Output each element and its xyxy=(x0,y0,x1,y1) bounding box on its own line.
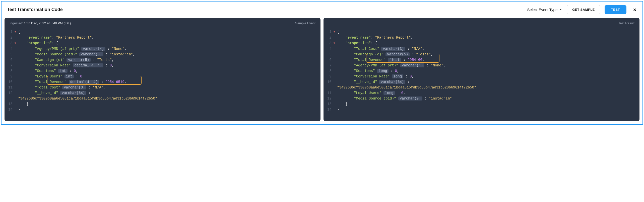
token-num: 2954.66 xyxy=(408,58,422,62)
line-number: 7 xyxy=(5,63,15,68)
token-punct xyxy=(77,52,79,56)
code-line: 14} xyxy=(324,107,639,112)
token-punct: : xyxy=(424,63,431,67)
fold-toggle-icon[interactable]: ▼ xyxy=(15,29,18,35)
code-line: 14} xyxy=(5,107,320,112)
line-number: 12 xyxy=(324,96,334,101)
fold-toggle-icon[interactable]: ▼ xyxy=(334,29,337,35)
token-punct: , xyxy=(124,80,126,84)
code-content: "Sessions" int : 0, xyxy=(18,68,320,74)
token-punct: , xyxy=(112,63,114,67)
token-key: "__hevo_id" xyxy=(35,91,58,95)
fold-toggle-icon xyxy=(15,85,18,85)
code-line: 3▼ "properties": { xyxy=(5,40,320,46)
token-punct: : xyxy=(395,91,401,95)
token-key: "__hevo_id" xyxy=(354,80,377,84)
fold-toggle-icon xyxy=(334,52,337,52)
token-punct: : xyxy=(105,47,112,51)
event-type-dropdown[interactable]: Select Event Type xyxy=(527,8,563,12)
token-punct: : xyxy=(405,47,412,51)
fold-toggle-icon xyxy=(15,57,18,57)
fold-toggle-icon xyxy=(15,79,18,79)
token-punct xyxy=(58,91,60,95)
code-content: "event_name": "Partners Report", xyxy=(18,35,320,40)
fold-toggle-icon xyxy=(334,107,337,107)
code-line: 10 "__hevo_id" varchar(64) : xyxy=(324,79,639,85)
token-str: "None" xyxy=(431,63,443,67)
fold-toggle-icon xyxy=(15,35,18,35)
token-key: "Media Source (pid)" xyxy=(354,96,396,100)
fold-toggle-icon xyxy=(15,107,18,107)
line-number: 2 xyxy=(324,35,334,40)
token-type: varchar(9) xyxy=(398,96,422,100)
code-line: 1▼{ xyxy=(324,29,639,35)
dialog-header: Test Transformation Code Select Event Ty… xyxy=(2,2,642,18)
code-line: 9 "Conversion Rate" long : 0, xyxy=(324,74,639,79)
token-key: "Sessions" xyxy=(35,69,56,73)
token-key: "Total Revenue" xyxy=(35,80,67,84)
token-key: "event_name" xyxy=(27,36,52,40)
token-str: "Partners Report" xyxy=(56,36,92,40)
token-str: "Tests" xyxy=(97,58,112,62)
token-punct: : xyxy=(403,74,410,78)
close-icon[interactable] xyxy=(632,8,637,12)
fold-toggle-icon xyxy=(334,35,337,35)
code-line: "3499686cf3309b8aa6e5081ca71bdaa815fdb3d… xyxy=(324,85,639,90)
line-number: 7 xyxy=(324,63,334,68)
sample-event-code[interactable]: 1▼{2 "event_name": "Partners Report",3▼ … xyxy=(5,28,320,114)
pane-tag: Sample Event xyxy=(295,21,315,25)
fold-toggle-icon xyxy=(15,46,18,46)
code-line: 7 "Conversion Rate" decimal(4, 4) : 0, xyxy=(5,63,320,68)
code-line: 4 "Total Cost" varchar(3) : "N/A", xyxy=(324,46,639,52)
line-number: 11 xyxy=(324,90,334,96)
token-key: "Sessions" xyxy=(354,69,375,73)
code-content: { xyxy=(337,29,639,35)
fold-toggle-icon xyxy=(334,68,337,68)
token-punct: } xyxy=(27,102,29,106)
code-content: "Agency/PMD (af_prt)" varchar(4) : "None… xyxy=(337,63,639,68)
line-number: 6 xyxy=(324,57,334,63)
code-line: 3▼ "properties": { xyxy=(324,40,639,46)
code-content: } xyxy=(337,107,639,112)
token-punct: , xyxy=(403,91,405,95)
ingested-label: Ingested: xyxy=(10,21,24,25)
token-type: varchar(9) xyxy=(79,52,103,56)
token-punct: : xyxy=(405,80,410,84)
code-line: 4 "Agency/PMD (af_prt)" varchar(4) : "No… xyxy=(5,46,320,52)
pane-tag: Test Result xyxy=(618,21,634,25)
line-number: 4 xyxy=(324,46,334,52)
token-type: varchar(64) xyxy=(379,80,405,84)
line-number: 10 xyxy=(5,79,15,85)
get-sample-button[interactable]: GET SAMPLE xyxy=(567,5,600,14)
code-content: "Total Revenue" decimal(4, 4) : 2954.651… xyxy=(18,79,320,85)
chevron-down-icon xyxy=(559,8,562,12)
line-number: 14 xyxy=(5,107,15,112)
fold-toggle-icon xyxy=(15,52,18,52)
code-content: } xyxy=(337,101,639,107)
code-line: 11 "Loyal Users" long : 0, xyxy=(324,90,639,96)
token-key: "Conversion Rate" xyxy=(354,74,390,78)
code-line: 5 "Media Source (pid)" varchar(9) : "ins… xyxy=(5,52,320,57)
test-result-code[interactable]: 1▼{2 "event_name": "Partners Report",3▼ … xyxy=(324,28,639,114)
token-punct: : xyxy=(68,69,74,73)
token-punct xyxy=(62,74,64,78)
code-line: 8 "Sessions" int : 0, xyxy=(5,68,320,74)
token-type: float xyxy=(388,58,401,62)
token-punct: { xyxy=(337,30,339,34)
fold-toggle-icon[interactable]: ▼ xyxy=(15,40,18,46)
line-number: 3 xyxy=(5,40,15,46)
token-punct xyxy=(79,47,81,51)
test-button[interactable]: TEST xyxy=(605,5,626,14)
line-number: 2 xyxy=(5,35,15,40)
token-type: varchar(4) xyxy=(400,63,424,67)
token-key: "properties" xyxy=(27,41,52,45)
line-number: 13 xyxy=(5,101,15,107)
token-type: varchar(5) xyxy=(67,58,91,62)
token-str: "instagram" xyxy=(110,52,133,56)
token-type: int xyxy=(65,74,74,78)
token-str: "3499686cf3309b8aa6e5081ca71bdaa815fdb3d… xyxy=(337,85,476,89)
fold-toggle-icon[interactable]: ▼ xyxy=(334,40,337,46)
token-str: "Tests" xyxy=(416,52,431,56)
token-punct: : xyxy=(103,52,110,56)
token-punct xyxy=(383,52,385,56)
